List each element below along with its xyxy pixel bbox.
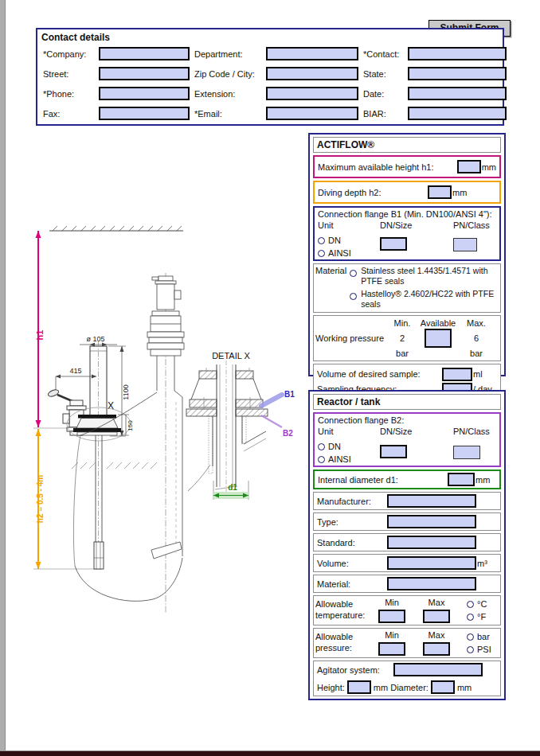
b2-radio-ainsi[interactable]: AINSI	[318, 454, 380, 464]
b1-radio-ainsi[interactable]: AINSI	[318, 248, 380, 258]
b2-dn-size-input[interactable]	[380, 445, 407, 458]
sample-volume-input[interactable]	[442, 368, 472, 381]
radio-circle-icon[interactable]	[467, 633, 474, 641]
radio-circle-icon[interactable]	[467, 614, 474, 621]
radio-circle-icon[interactable]	[467, 601, 474, 608]
volume-row: Volume: m³	[313, 554, 501, 572]
date-label: Date:	[363, 89, 403, 99]
reactor-vessel	[72, 273, 184, 614]
b1-pn-class-input[interactable]	[453, 238, 477, 251]
b1-pn-class-header: PN/Class	[453, 220, 496, 230]
vessel-left-break-line	[73, 435, 80, 566]
extension-input[interactable]	[266, 87, 358, 100]
standard-input[interactable]	[387, 536, 476, 549]
state-input[interactable]	[408, 67, 507, 80]
connection-flange-b2-box: Connection flange B2: Unit DN AINSI DN/S…	[313, 412, 501, 467]
internal-diameter-label: Internal diameter d1:	[318, 475, 398, 485]
radio-circle-icon[interactable]	[350, 293, 357, 300]
diving-depth-h2-row: Diving depth h2: mm	[313, 181, 501, 204]
state-label: State:	[363, 69, 403, 79]
volume-unit: m³	[477, 559, 487, 568]
wp-min-unit: bar	[387, 349, 417, 358]
actiflow-section: ACTIFLOW® Maximum available height h1: m…	[308, 133, 506, 376]
internal-diameter-row: Internal diameter d1: mm	[313, 470, 501, 489]
allowable-pressure-box: Allowable pressure: Min Max bar PSI	[313, 628, 501, 658]
detail-gasket-left	[209, 416, 213, 473]
department-input[interactable]	[266, 47, 358, 60]
phone-input[interactable]	[99, 87, 190, 100]
date-input[interactable]	[408, 87, 507, 100]
biar-input[interactable]	[408, 107, 507, 120]
zip-city-input[interactable]	[266, 67, 358, 80]
b1-columns: Unit DN AINSI DN/Size PN/Class	[318, 220, 496, 258]
detail-gasket-right	[242, 416, 246, 443]
fax-input[interactable]	[99, 107, 190, 120]
radio-circle-icon[interactable]	[318, 443, 325, 450]
b1-dn-size-input[interactable]	[380, 237, 407, 251]
internal-diameter-input[interactable]	[448, 473, 475, 486]
company-input[interactable]	[99, 47, 190, 60]
radio-circle-icon[interactable]	[467, 646, 474, 653]
type-label: Type:	[317, 517, 387, 527]
street-label: Street:	[43, 69, 94, 79]
agitator-system-input[interactable]	[393, 663, 483, 676]
temp-max-input[interactable]	[423, 610, 450, 623]
material-radio-stainless[interactable]: Stainless steel 1.4435/1.4571 with PTFE …	[350, 266, 499, 286]
street-input[interactable]	[99, 67, 190, 80]
b1-flange-label: B1	[284, 390, 295, 399]
temp-radio-celsius[interactable]: °C	[467, 599, 487, 609]
agitator-diameter-input[interactable]	[431, 680, 455, 694]
email-input[interactable]	[266, 107, 358, 120]
wp-available-input[interactable]	[425, 329, 452, 348]
manufacturer-row: Manufacturer:	[313, 492, 501, 510]
connection-flange-b2-title: Connection flange B2:	[318, 415, 496, 425]
volume-input[interactable]	[387, 556, 476, 570]
standard-row: Standard:	[313, 533, 501, 551]
detail-bolt-ticks-top	[206, 368, 249, 371]
max-height-h1-input[interactable]	[457, 160, 481, 173]
fax-label: Fax:	[43, 109, 94, 119]
pressure-radio-bar[interactable]: bar	[467, 632, 491, 641]
h2-arrow-top-icon	[36, 429, 41, 436]
b2-pn-class-input[interactable]	[453, 446, 480, 459]
pressure-max-input[interactable]	[423, 642, 450, 656]
b1-dn-size-header: DN/Size	[380, 220, 453, 230]
manufacturer-label: Manufacturer:	[317, 497, 387, 506]
radio-circle-icon[interactable]	[318, 250, 325, 257]
email-label: *Email:	[194, 109, 261, 119]
page-bottom-edge	[0, 750, 540, 756]
pressure-radio-psi[interactable]: PSI	[467, 645, 491, 654]
diving-depth-h2-input[interactable]	[428, 185, 452, 199]
wp-available-header: Available	[417, 318, 459, 328]
pressure-min-input[interactable]	[378, 642, 405, 656]
d1-dimension-label: d1	[228, 483, 237, 492]
material-stainless-label: Stainless steel 1.4435/1.4571 with PTFE …	[361, 266, 499, 286]
flange-dimension-label: 150	[127, 420, 134, 431]
detail-b2-flange-left	[186, 409, 217, 416]
agitator-height-input[interactable]	[347, 680, 371, 694]
radio-circle-icon[interactable]	[318, 456, 325, 463]
contact-input[interactable]	[408, 47, 507, 60]
reactor-material-input[interactable]	[387, 577, 476, 590]
allowable-pressure-label: Allowable pressure:	[315, 632, 368, 654]
temp-min-input[interactable]	[378, 610, 405, 623]
vessel-bottom-curve	[75, 558, 182, 601]
temp-celsius-label: °C	[477, 599, 487, 609]
agitator-box: Agitator system: Height: mm Diameter: mm	[313, 661, 501, 696]
b1-radio-dn[interactable]: DN	[318, 236, 380, 245]
radio-circle-icon[interactable]	[350, 270, 357, 277]
b2-radio-dn[interactable]: DN	[318, 442, 380, 451]
h1-dimension-label: h1	[35, 330, 45, 341]
pressure-psi-label: PSI	[477, 645, 491, 654]
detail-vessel-curve-left	[188, 465, 210, 491]
radio-circle-icon[interactable]	[318, 237, 325, 244]
allowable-temperature-label: Allowable temperature:	[315, 599, 368, 622]
type-input[interactable]	[387, 515, 476, 528]
manufacturer-input[interactable]	[387, 494, 476, 508]
b2-columns: Unit DN AINSI DN/Size PN/Class	[318, 427, 496, 464]
company-label: *Company:	[43, 49, 94, 59]
material-radio-hastelloy[interactable]: Hastelloy® 2.4602/HC22 with PTFE seals	[350, 289, 499, 310]
ceiling-hatch	[53, 226, 182, 231]
temp-radio-fahrenheit[interactable]: °F	[467, 612, 487, 622]
probe-tip	[94, 542, 104, 569]
